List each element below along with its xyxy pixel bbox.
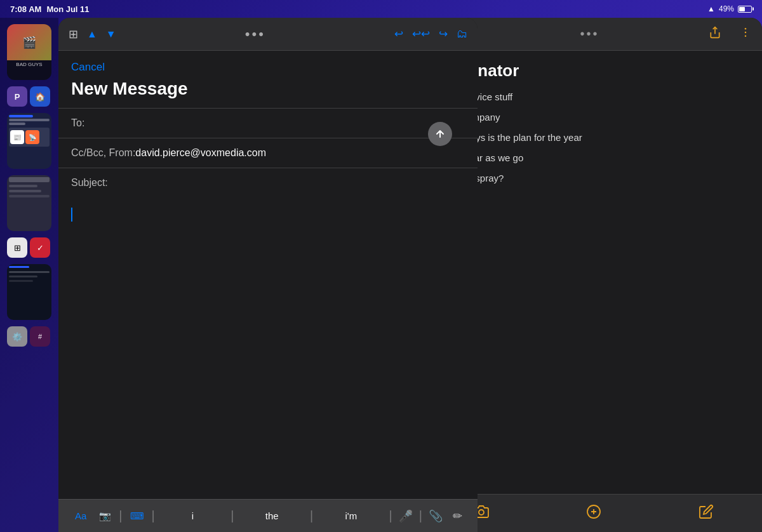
notes-line-3: rt, 7 sprays is the plan for the year — [438, 130, 749, 145]
icon-row-3: ⚙️ # — [7, 326, 51, 347]
app-icon-p[interactable]: P — [7, 86, 27, 107]
mail-body[interactable] — [58, 197, 478, 499]
status-date: Mon Jul 11 — [46, 4, 89, 14]
suggestion-2[interactable]: the — [235, 510, 308, 521]
to-field[interactable]: To: — [58, 108, 478, 138]
reply-all-icon[interactable]: ↩↩ — [412, 27, 430, 41]
archive-icon[interactable]: 🗂 — [457, 28, 467, 41]
svg-point-1 — [745, 28, 747, 30]
icon-row-1: P 🏠 — [7, 86, 51, 107]
status-time: 7:08 AM — [10, 4, 41, 14]
notes-more-button[interactable] — [739, 26, 752, 42]
microphone-button[interactable]: 🎤 — [394, 509, 418, 523]
subject-label: Subject: — [71, 177, 108, 189]
movie-poster: 🎬 — [7, 24, 51, 60]
notes-line-5: for each spray? — [438, 171, 749, 186]
status-bar: 7:08 AM Mon Jul 11 ▲ 49% — [0, 0, 762, 18]
app-card-movies[interactable]: 🎬 BAD GUYS — [7, 24, 51, 80]
status-right: ▲ 49% — [707, 4, 752, 13]
battery-icon — [738, 6, 752, 13]
notes-share-button[interactable] — [709, 26, 721, 42]
notes-line-1: ng to service stuff — [438, 90, 749, 105]
mail-compose-window: ⊞ ▲ ▼ ••• ↩ ↩↩ ↪ 🗂 Cancel New Message To… — [58, 18, 478, 532]
notes-compose-button[interactable] — [688, 499, 724, 528]
mail-toolbar: ⊞ ▲ ▼ ••• ↩ ↩↩ ↪ 🗂 — [58, 18, 478, 51]
ccbcc-label: Cc/Bcc, From: — [71, 147, 135, 159]
svg-point-3 — [745, 36, 747, 37]
font-size-button[interactable]: Aa — [69, 510, 93, 521]
divider-2: | — [150, 509, 156, 523]
battery-percentage: 49% — [719, 4, 734, 13]
compose-title: New Message — [71, 79, 465, 108]
app-switcher: 🎬 BAD GUYS P 🏠 📰 📡 — [0, 18, 58, 532]
app-icon-grid[interactable]: ⊞ — [7, 237, 27, 258]
nav-up-icon[interactable]: ▲ — [87, 29, 97, 40]
svg-point-2 — [745, 32, 747, 34]
from-email: david.pierce@voxmedia.com — [135, 147, 465, 159]
reply-icon[interactable]: ↩ — [394, 27, 403, 41]
subject-field[interactable]: Subject: — [58, 168, 478, 197]
suggestion-3[interactable]: i'm — [314, 510, 387, 521]
divider-6: | — [418, 509, 424, 523]
cancel-button[interactable]: Cancel — [71, 51, 465, 79]
icon-row-2: ⊞ ✓ — [7, 237, 51, 258]
app-icon-house[interactable]: 🏠 — [30, 86, 50, 107]
notes-sketch-button[interactable] — [576, 499, 612, 528]
notes-title-row: — minator — [438, 61, 749, 81]
mail-header: Cancel New Message — [58, 51, 478, 108]
to-label: To: — [71, 117, 100, 129]
forward-icon[interactable]: ↪ — [439, 27, 448, 41]
divider-5: | — [388, 509, 394, 523]
app-icon-tasks[interactable]: ✓ — [30, 237, 50, 258]
notes-line-2: s the company — [438, 110, 749, 125]
app-icon-settings[interactable]: ⚙️ — [7, 326, 27, 347]
toolbar-dots: ••• — [125, 26, 385, 43]
camera-button[interactable]: 📷 — [93, 510, 117, 522]
nav-down-icon[interactable]: ▼ — [106, 29, 116, 40]
aa-label: Aa — [75, 510, 86, 521]
text-cursor — [71, 208, 72, 222]
app-card-settings-screen[interactable] — [7, 175, 51, 231]
suggestion-1[interactable]: i — [156, 510, 229, 521]
app-card-news[interactable]: 📰 📡 — [7, 113, 51, 169]
notes-body: ng to service stuff s the company rt, 7 … — [438, 90, 749, 186]
app-icon-slack[interactable]: # — [30, 326, 50, 347]
notes-line-4: every year as we go — [438, 150, 749, 166]
divider-4: | — [309, 509, 314, 523]
svg-point-4 — [479, 510, 484, 515]
divider-1: | — [117, 509, 123, 523]
app-card-dark[interactable] — [7, 264, 51, 320]
sidebar-toggle-icon[interactable]: ⊞ — [69, 27, 78, 41]
movie-label: BAD GUYS — [7, 60, 51, 69]
attachment-button[interactable]: 📎 — [424, 509, 448, 523]
ccbcc-field[interactable]: Cc/Bcc, From: david.pierce@voxmedia.com — [58, 138, 478, 168]
notes-toolbar-dots: ••• — [481, 27, 698, 41]
divider-3: | — [229, 509, 235, 523]
keyboard-accessory-bar: Aa 📷 | ⌨ | i | the | i'm | 🎤 | 📎 ✏ — [58, 499, 478, 532]
wifi-icon: ▲ — [707, 4, 715, 13]
markup-button[interactable]: ✏ — [448, 509, 467, 523]
send-button[interactable] — [428, 122, 452, 146]
keyboard-toggle-button[interactable]: ⌨ — [124, 510, 150, 522]
